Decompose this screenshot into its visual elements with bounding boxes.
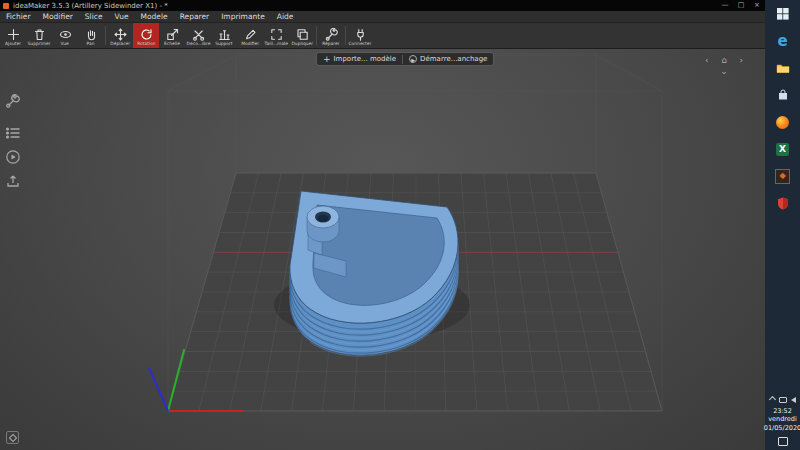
hand-icon [85, 26, 98, 39]
menu-vue[interactable]: Vue [109, 11, 135, 23]
toolbar: AjouterSupprimerVuePanDéplacerRotationEc… [0, 23, 765, 49]
taskbar-defender-icon[interactable] [765, 190, 800, 216]
connect-icon [354, 26, 367, 39]
maximize-button[interactable]: □ [733, 0, 749, 11]
edit-icon [244, 26, 257, 39]
menu-fichier[interactable]: Fichier [0, 11, 37, 23]
tool-connect-button[interactable]: Connecter [347, 23, 373, 48]
tool-cut-button[interactable]: Deco...ibre [185, 23, 211, 48]
plus-icon [7, 26, 20, 39]
minimize-button[interactable]: — [717, 0, 733, 11]
tool-label: Connecter [349, 40, 372, 45]
max-icon [270, 26, 283, 39]
tool-label: Ajouter [5, 40, 21, 45]
window-controls: — □ × [717, 0, 765, 11]
tray-expand-icon[interactable] [768, 396, 775, 403]
model-screw-hole-floor [318, 215, 329, 222]
tool-label: Modifier [241, 40, 259, 45]
window-title: ideaMaker 3.5.3 (Artillery Sidewinder X1… [13, 2, 168, 10]
support-icon [218, 26, 231, 39]
rotate-down-arrow[interactable]: ⌄ [720, 66, 728, 77]
home-view-button[interactable]: ⌂ [721, 55, 727, 66]
taskbar-folder-icon[interactable] [765, 55, 800, 81]
desktop-screen: ideaMaker 3.5.3 (Artillery Sidewinder X1… [0, 0, 800, 450]
tool-scale-button[interactable]: Echelle [159, 23, 185, 48]
menu-reparer[interactable]: Reparer [174, 11, 215, 23]
tool-plus-button[interactable]: Ajouter [0, 23, 26, 48]
close-button[interactable]: × [749, 0, 765, 11]
clock-date: 01/05/2020 [764, 424, 800, 433]
tool-label: Taill...male [264, 40, 287, 45]
rotate-icon [140, 26, 153, 39]
cut-icon [192, 26, 205, 39]
clock-day: vendredi [764, 415, 800, 424]
tool-edit-button[interactable]: Modifier [237, 23, 263, 48]
move-icon [114, 26, 127, 39]
start-slicing-label: Démarre...anchage [420, 55, 487, 63]
titlebar: ideaMaker 3.5.3 (Artillery Sidewinder X1… [0, 0, 765, 11]
menu-modifier[interactable]: Modifier [37, 11, 79, 23]
menu-slice[interactable]: Slice [79, 11, 109, 23]
rotate-left-arrow[interactable]: ‹ [705, 55, 709, 66]
menubar: FichierModifierSliceVueModeleReparerImpr… [0, 11, 765, 23]
duplicate-icon [296, 26, 309, 39]
model-list-icon[interactable] [5, 125, 21, 141]
tool-max-button[interactable]: Taill...male [263, 23, 289, 48]
tool-hand-button[interactable]: Pan [78, 23, 104, 48]
tool-label: Déplacer [110, 40, 130, 45]
tool-label: Vue [61, 40, 69, 45]
tool-label: Dupliquer [291, 40, 313, 45]
volume-icon[interactable] [791, 397, 796, 403]
tool-eye-button[interactable]: Vue [52, 23, 78, 48]
tool-duplicate-button[interactable]: Dupliquer [289, 23, 315, 48]
plus-icon: + [323, 55, 331, 64]
tool-trash-button[interactable]: Supprimer [26, 23, 52, 48]
start-print-icon[interactable] [5, 149, 21, 165]
tool-support-button[interactable]: Support [211, 23, 237, 48]
taskbar-start-icon[interactable] [765, 1, 800, 27]
rotate-right-arrow[interactable]: › [739, 55, 743, 66]
app-logo-icon [3, 3, 9, 9]
view-cube-icon[interactable] [6, 431, 19, 444]
import-model-label: Importe... modèle [334, 55, 397, 63]
view-nav-cluster: ‹ ⌂ › ⌄ [705, 55, 743, 77]
upload-icon[interactable] [5, 173, 21, 189]
tool-label: Echelle [164, 40, 180, 45]
tool-label: Réparer [322, 40, 339, 45]
tool-label: Deco...ibre [186, 40, 210, 45]
taskbar-clock[interactable]: 23:52 vendredi 01/05/2020 [764, 407, 800, 433]
tool-repair-button[interactable]: Réparer [318, 23, 344, 48]
toolbar-separator [105, 26, 106, 45]
ideamaker-window: ideaMaker 3.5.3 (Artillery Sidewinder X1… [0, 0, 765, 450]
trash-icon [33, 26, 46, 39]
action-center-icon[interactable] [778, 437, 788, 446]
y-axis [149, 368, 168, 411]
tool-rotate-button[interactable]: Rotation [133, 23, 159, 48]
viewport-canvas[interactable] [0, 49, 765, 450]
toolbar-separator [345, 26, 346, 45]
settings-wrench-icon[interactable] [5, 93, 21, 109]
tool-label: Supprimer [28, 40, 51, 45]
start-slicing-button[interactable]: ▶ Démarre...anchage [403, 53, 493, 65]
viewport-action-bar: + Importe... modèle ▶ Démarre...anchage [316, 52, 494, 66]
menu-aide[interactable]: Aide [271, 11, 300, 23]
tool-move-button[interactable]: Déplacer [107, 23, 133, 48]
network-icon[interactable] [779, 397, 787, 403]
taskbar-edge-icon[interactable]: e [765, 28, 800, 54]
taskbar-ideamaker-icon[interactable]: ◆ [765, 163, 800, 189]
taskbar-app-icons: eX◆ [765, 0, 800, 216]
play-icon: ▶ [409, 55, 417, 63]
repair-icon [325, 26, 338, 39]
clock-time: 23:52 [764, 407, 800, 416]
taskbar-firefox-icon[interactable] [765, 109, 800, 135]
taskbar-store-icon[interactable] [765, 82, 800, 108]
menu-modele[interactable]: Modele [135, 11, 174, 23]
menu-imprimante[interactable]: Imprimante [215, 11, 271, 23]
import-model-button[interactable]: + Importe... modèle [317, 53, 402, 65]
tool-label: Rotation [137, 40, 155, 45]
viewport-3d[interactable]: + Importe... modèle ▶ Démarre...anchage [0, 49, 765, 450]
tool-label: Pan [87, 40, 95, 45]
tool-label: Support [215, 40, 232, 45]
eye-icon [59, 26, 72, 39]
taskbar-excel-icon[interactable]: X [765, 136, 800, 162]
